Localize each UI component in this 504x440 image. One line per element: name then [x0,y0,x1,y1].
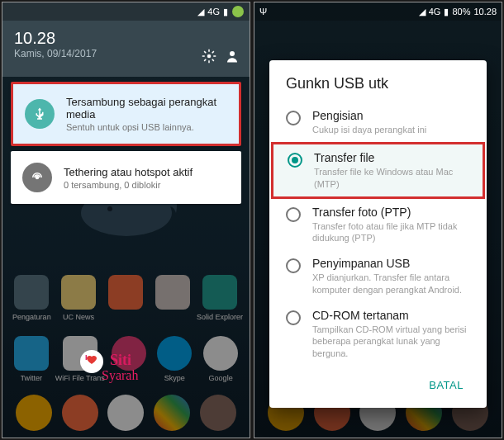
svg-point-5 [36,177,39,179]
dialog-actions: BATAL [269,366,487,401]
svg-point-2 [232,6,244,17]
notification-title: Tethering atau hotspot aktif [64,166,193,178]
notification-subtitle: 0 tersambung, 0 diblokir [64,180,193,190]
notification-text: Tethering atau hotspot aktif 0 tersambun… [64,166,193,190]
cancel-button[interactable]: BATAL [419,372,473,398]
option-description: Transfer foto atau file jika MTP tidak d… [312,220,470,244]
status-bar: ◢ 4G ▮ [2,2,250,21]
option-transfer-foto[interactable]: Transfer foto (PTP) Transfer foto atau f… [269,199,487,251]
option-pengisian[interactable]: Pengisian Cukup isi daya perangkat ini [269,102,487,142]
status-bar: Ψ ◢ 4G ▮ 80% 10.28 [254,2,502,21]
dialog-title: Gunkn USB utk [269,75,487,102]
svg-text:Syarah: Syarah [102,368,138,383]
svg-text:Siti: Siti [110,352,131,368]
option-transfer-file[interactable]: Transfer file Transfer file ke Windows a… [271,142,485,199]
option-description: Transfer file ke Windows atau Mac (MTP) [314,166,468,190]
option-label: Transfer file [314,151,468,164]
network-label: 4G [207,7,220,17]
clock-time: 10.28 [14,29,238,48]
battery-percent: 80% [452,7,470,17]
quick-toggle-icons[interactable] [202,49,240,64]
notification-usb-media[interactable]: Tersambung sebagai perangkat media Sentu… [11,82,241,146]
avatar-icon [231,5,245,18]
notification-title: Tersambung sebagai perangkat media [66,96,227,121]
notification-hotspot[interactable]: Tethering atau hotspot aktif 0 tersambun… [11,151,241,204]
radio-icon-checked [288,153,302,168]
settings-icon[interactable] [202,49,216,64]
hotspot-icon [22,163,52,192]
option-label: Penyimpanan USB [312,257,470,270]
radio-icon [286,207,301,222]
svg-point-4 [230,51,235,56]
radio-icon [286,310,301,325]
user-icon[interactable] [225,49,240,64]
option-label: Transfer foto (PTP) [312,206,470,219]
svg-text:I: I [85,353,88,362]
usb-status-icon: Ψ [259,7,267,17]
option-label: Pengisian [312,109,426,122]
left-phone-notification-shade: ◢ 4G ▮ 10.28 Kamis, 09/14/2017 Tersambun… [2,2,250,438]
option-penyimpanan-usb[interactable]: Penyimpanan USB XP dianjurkan. Transfer … [269,250,487,302]
option-description: XP dianjurkan. Transfer file antara komp… [312,272,470,296]
network-label: 4G [429,7,441,17]
svg-point-3 [207,54,212,59]
watermark-sitisyarah: Siti Syarah I [77,347,176,388]
notification-header: 10.28 Kamis, 09/14/2017 [2,21,250,77]
option-cdrom[interactable]: CD-ROM tertanam Tampilkan CD-ROM virtual… [269,302,487,366]
usb-icon [25,99,55,129]
option-description: Cukup isi daya perangkat ini [312,124,426,135]
clock-time: 10.28 [473,7,497,17]
radio-icon [286,258,301,273]
radio-icon [286,111,301,125]
usb-options-dialog: Gunkn USB utk Pengisian Cukup isi daya p… [269,60,487,408]
signal-icon: ◢ [197,7,204,17]
signal-icon: ◢ [419,7,426,17]
battery-icon: ▮ [444,7,449,17]
option-label: CD-ROM tertanam [312,309,470,322]
battery-icon: ▮ [223,7,228,17]
option-description: Tampilkan CD-ROM virtual yang berisi beb… [312,324,470,359]
notification-text: Tersambung sebagai perangkat media Sentu… [66,96,227,132]
notification-subtitle: Sentuh untuk opsi USB lainnya. [66,122,227,132]
right-phone-usb-dialog: Ψ ◢ 4G ▮ 80% 10.28 Gunkn USB utk Pengisi… [254,2,502,438]
